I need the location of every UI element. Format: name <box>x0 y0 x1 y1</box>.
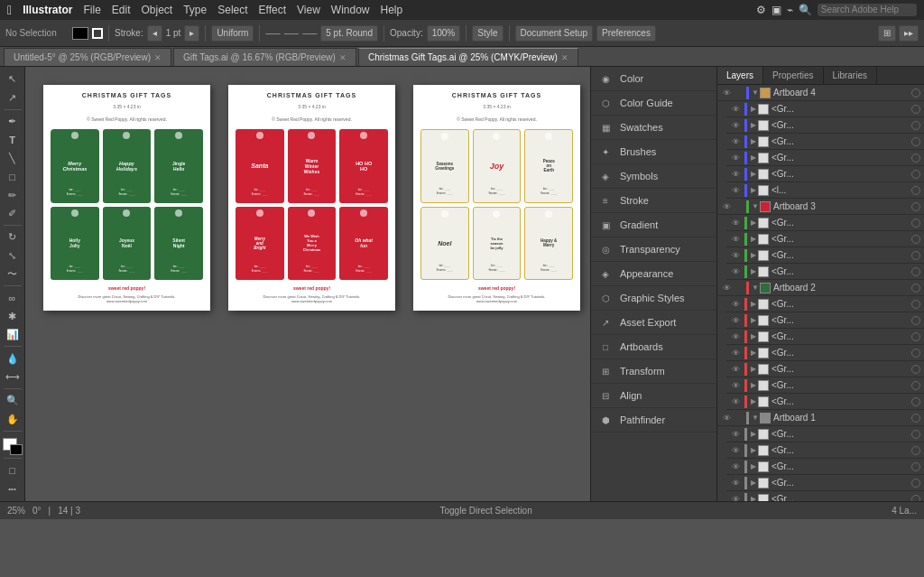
eye-icon-ab1-gr3[interactable]: 👁 <box>728 462 743 471</box>
layer-gr-ab2-4[interactable]: 👁 ▶ <Gr... <box>726 345 924 361</box>
layer-gr-ab4-1[interactable]: 👁 ▶ <Gr... <box>726 101 924 117</box>
shape-tool[interactable]: □ <box>3 168 23 185</box>
layer-gr-ab4-4[interactable]: 👁 ▶ <Gr... <box>726 150 924 166</box>
layers-panel[interactable]: 👁 ▼ Artboard 4 👁 ▶ <Gr... 👁 ▶ <box>717 85 924 501</box>
pen-tool[interactable]: ✒ <box>3 113 23 130</box>
layer-l-ab4-6[interactable]: 👁 ▶ <l... <box>726 182 924 199</box>
target-ab2-gr3[interactable] <box>911 332 920 341</box>
tab-gift-tags-close[interactable]: ✕ <box>339 53 346 62</box>
eye-icon-ab1-gr5[interactable]: 👁 <box>728 495 743 502</box>
target-gr2[interactable] <box>911 121 920 130</box>
arrange-btn[interactable]: ⊞ <box>878 25 896 42</box>
target-gr4[interactable] <box>911 154 920 163</box>
target-ab3-gr3[interactable] <box>911 251 920 260</box>
search-adobe-input[interactable]: Search Adobe Help <box>818 4 917 16</box>
target-ab2-gr6[interactable] <box>911 381 920 390</box>
target-ab1-gr2[interactable] <box>911 446 920 455</box>
expand-gr1[interactable]: ▶ <box>749 105 758 113</box>
search-icon[interactable]: 🔍 <box>799 4 812 16</box>
layer-gr-ab4-2[interactable]: 👁 ▶ <Gr... <box>726 117 924 134</box>
expand-ab1-gr2[interactable]: ▶ <box>749 446 758 454</box>
menu-view[interactable]: View <box>297 4 320 16</box>
symbol-tool[interactable]: ✱ <box>3 308 23 325</box>
target-ab1-gr1[interactable] <box>911 430 920 439</box>
layer-gr-ab4-5[interactable]: 👁 ▶ <Gr... <box>726 166 924 182</box>
tab-libraries[interactable]: Libraries <box>824 67 877 84</box>
blend-tool[interactable]: ∞ <box>3 289 23 306</box>
expand-ab1-gr3[interactable]: ▶ <box>749 462 758 470</box>
menu-asset-export[interactable]: ↗ Asset Export <box>591 311 716 335</box>
menu-stroke[interactable]: ≡ Stroke <box>591 189 716 213</box>
paintbrush-tool[interactable]: ✏ <box>3 186 23 203</box>
tab-untitled[interactable]: Untitled-5° @ 25% (RGB/Preview) ✕ <box>4 48 171 66</box>
menu-type[interactable]: Type <box>183 4 207 16</box>
tab-christmas-close[interactable]: ✕ <box>561 53 568 62</box>
warp-tool[interactable]: 〜 <box>3 265 23 283</box>
selection-tool[interactable]: ↖ <box>3 70 23 88</box>
stroke-swatch[interactable] <box>10 444 23 455</box>
target-l6[interactable] <box>911 186 920 195</box>
eye-icon-gr2[interactable]: 👁 <box>728 121 743 130</box>
expand-ab1[interactable]: ▼ <box>751 414 760 422</box>
layer-gr-ab2-3[interactable]: 👁 ▶ <Gr... <box>726 329 924 345</box>
menu-color-guide[interactable]: ⬡ Color Guide <box>591 91 716 116</box>
layer-gr-ab3-3[interactable]: 👁 ▶ <Gr... <box>726 247 924 264</box>
target-ab2-gr4[interactable] <box>911 349 920 358</box>
layer-gr-ab2-2[interactable]: 👁 ▶ <Gr... <box>726 312 924 329</box>
tab-christmas-gift-tags[interactable]: Christmas Gift Tags.ai @ 25% (CMYK/Previ… <box>358 48 578 66</box>
menu-align[interactable]: ⊟ Align <box>591 384 716 408</box>
canvas-area[interactable]: CHRISTMAS GIFT TAGS 3.35 × 4.23 in © Swe… <box>25 67 590 501</box>
layer-gr-ab1-1[interactable]: 👁 ▶ <Gr... <box>726 426 924 442</box>
expand-gr5[interactable]: ▶ <box>749 170 758 178</box>
expand-l6[interactable]: ▶ <box>749 186 758 194</box>
expand-ab3-gr1[interactable]: ▶ <box>749 219 758 227</box>
target-ab3[interactable] <box>911 202 920 211</box>
eye-icon-ab2-gr5[interactable]: 👁 <box>728 365 743 374</box>
expand-ab2[interactable]: ▼ <box>751 284 760 292</box>
target-gr3[interactable] <box>911 137 920 146</box>
eye-icon-ab1-gr4[interactable]: 👁 <box>728 479 743 488</box>
target-ab2-gr2[interactable] <box>911 316 920 325</box>
stroke-color-swatch[interactable] <box>92 28 103 39</box>
eye-icon-gr5[interactable]: 👁 <box>728 170 743 179</box>
more-tools[interactable]: ••• <box>3 480 23 498</box>
expand-ab2-gr4[interactable]: ▶ <box>749 349 758 357</box>
menu-swatches[interactable]: ▦ Swatches <box>591 116 716 140</box>
target-ab1[interactable] <box>911 414 920 423</box>
layer-artboard-1[interactable]: 👁 ▼ Artboard 1 <box>717 410 924 426</box>
expand-gr3[interactable]: ▶ <box>749 137 758 145</box>
layer-artboard-4[interactable]: 👁 ▼ Artboard 4 <box>717 85 924 101</box>
line-tool[interactable]: ╲ <box>3 150 23 167</box>
eye-icon-ab3-gr4[interactable]: 👁 <box>728 267 743 276</box>
target-ab1-gr5[interactable] <box>911 495 920 502</box>
layer-gr-ab2-5[interactable]: 👁 ▶ <Gr... <box>726 361 924 377</box>
layer-gr-ab1-2[interactable]: 👁 ▶ <Gr... <box>726 442 924 459</box>
expand-ab2-gr2[interactable]: ▶ <box>749 316 758 324</box>
stroke-next-btn[interactable]: ▸ <box>184 25 199 42</box>
layer-gr-ab1-4[interactable]: 👁 ▶ <Gr... <box>726 475 924 491</box>
expand-ab3-gr4[interactable]: ▶ <box>749 267 758 275</box>
menu-gradient[interactable]: ▣ Gradient <box>591 213 716 237</box>
eye-icon-ab3-gr2[interactable]: 👁 <box>728 235 743 244</box>
layer-gr-ab3-2[interactable]: 👁 ▶ <Gr... <box>726 231 924 247</box>
menu-symbols[interactable]: ◈ Symbols <box>591 164 716 189</box>
tab-gift-tags[interactable]: Gift Tags.ai @ 16.67% (RGB/Preview) ✕ <box>173 48 356 66</box>
target-gr1[interactable] <box>911 105 920 114</box>
type-tool[interactable]: T <box>3 131 23 148</box>
expand-ab2-gr3[interactable]: ▶ <box>749 332 758 340</box>
expand-ab2-gr1[interactable]: ▶ <box>749 300 758 308</box>
scale-tool[interactable]: ⤡ <box>3 247 23 264</box>
preferences-btn[interactable]: Preferences <box>596 25 656 42</box>
expand-ab3[interactable]: ▼ <box>751 202 760 210</box>
layer-gr-ab2-1[interactable]: 👁 ▶ <Gr... <box>726 296 924 312</box>
eye-icon-gr4[interactable]: 👁 <box>728 154 743 163</box>
target-ab3-gr4[interactable] <box>911 267 920 276</box>
eye-icon-ab2-gr4[interactable]: 👁 <box>728 349 743 358</box>
eye-icon-ab1-gr1[interactable]: 👁 <box>728 430 743 439</box>
eye-icon-ab1[interactable]: 👁 <box>719 414 734 423</box>
target-gr5[interactable] <box>911 170 920 179</box>
zoom-tool[interactable]: 🔍 <box>3 392 23 409</box>
layer-artboard-3[interactable]: 👁 ▼ Artboard 3 <box>717 199 924 215</box>
stroke-type-btn[interactable]: Uniform <box>211 25 254 42</box>
target-ab1-gr3[interactable] <box>911 462 920 471</box>
